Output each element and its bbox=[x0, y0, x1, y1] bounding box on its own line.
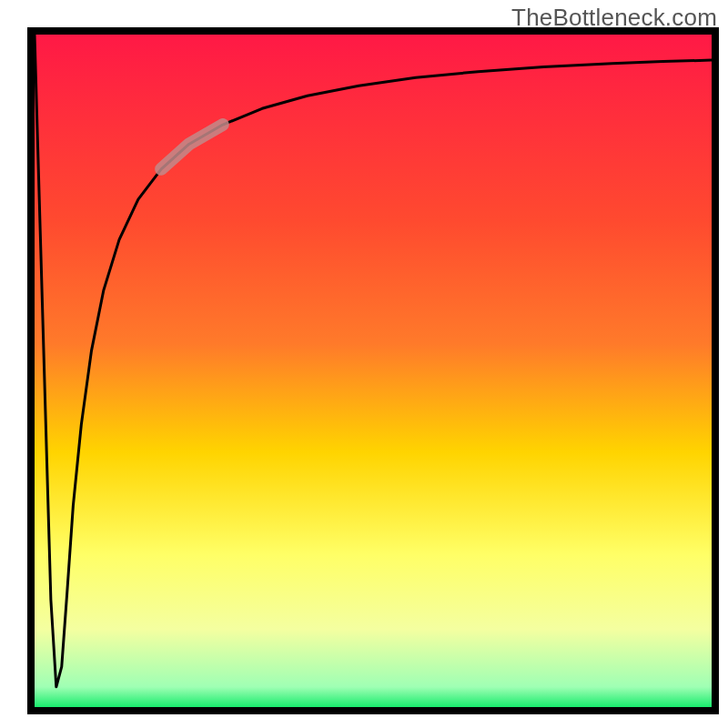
chart-background bbox=[31, 31, 715, 711]
bottleneck-chart bbox=[0, 0, 728, 728]
